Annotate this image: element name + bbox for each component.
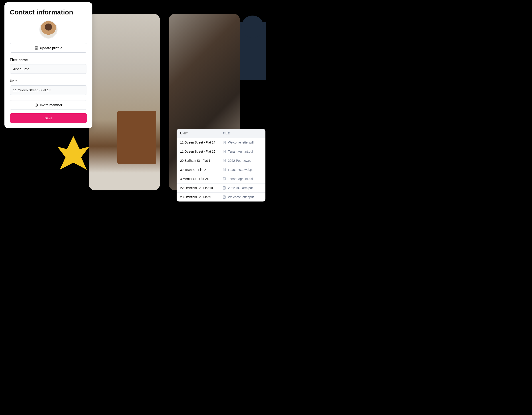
file-name: Tenant Agr...nt.pdf — [228, 177, 253, 181]
pdf-file-icon — [223, 159, 226, 162]
unit-cell: 23 Litchfield St - Flat 9 — [180, 195, 223, 199]
invite-member-label: Invite member — [40, 103, 62, 107]
file-cell: Lease-20..ewal.pdf — [223, 168, 262, 172]
image-icon — [35, 46, 38, 50]
file-cell: Welcome letter.pdf — [223, 195, 262, 199]
save-button[interactable]: Save — [10, 113, 87, 123]
file-cell: Tenant Agr...nt.pdf — [223, 177, 262, 181]
table-row[interactable]: 11 Queen Street - Flat 14Welcome letter.… — [177, 138, 266, 147]
decorative-star-shape — [56, 133, 91, 178]
lifestyle-photo-1 — [89, 14, 160, 190]
unit-cell: 20 Earlham St - Flat 1 — [180, 159, 223, 162]
save-label: Save — [44, 116, 52, 120]
pdf-file-icon — [223, 186, 226, 190]
table-row[interactable]: 22 Litchfield St - Flat 102022-04-..orm.… — [177, 183, 266, 193]
plus-circle-icon — [34, 103, 38, 107]
invite-member-button[interactable]: Invite member — [10, 100, 87, 110]
header-unit: UNIT — [180, 132, 223, 135]
file-name: 2022-Pet-...cy.pdf — [228, 159, 252, 162]
files-table-header: UNIT FILE — [177, 129, 266, 138]
unit-cell: 11 Queen Street - Flat 14 — [180, 141, 223, 144]
unit-label: Unit — [10, 79, 87, 83]
contact-title: Contact information — [10, 9, 87, 16]
file-name: Welcome letter.pdf — [228, 141, 254, 144]
unit-cell: 32 Town St - Flat 2 — [180, 168, 223, 172]
pdf-file-icon — [223, 141, 226, 144]
pdf-file-icon — [223, 150, 226, 153]
file-name: 2022-04-..orm.pdf — [228, 186, 253, 190]
file-cell: Welcome letter.pdf — [223, 141, 262, 144]
unit-cell: 22 Litchfield St - Flat 10 — [180, 186, 223, 190]
unit-cell: 4 Mercer St - Flat 24 — [180, 177, 223, 181]
file-cell: 2022-04-..orm.pdf — [223, 186, 262, 190]
pdf-file-icon — [223, 168, 226, 172]
unit-cell: 11 Queen Street - Flat 15 — [180, 150, 223, 153]
table-row[interactable]: 32 Town St - Flat 2Lease-20..ewal.pdf — [177, 165, 266, 174]
first-name-label: First name — [10, 58, 87, 62]
unit-input[interactable] — [10, 85, 87, 95]
first-name-input[interactable] — [10, 64, 87, 74]
avatar — [39, 20, 57, 39]
files-table-card: UNIT FILE 11 Queen Street - Flat 14Welco… — [177, 129, 266, 202]
table-row[interactable]: 23 Litchfield St - Flat 9Welcome letter.… — [177, 193, 266, 202]
file-name: Lease-20..ewal.pdf — [228, 168, 254, 172]
header-file: FILE — [223, 132, 262, 135]
table-row[interactable]: 4 Mercer St - Flat 24Tenant Agr...nt.pdf — [177, 174, 266, 183]
table-row[interactable]: 20 Earlham St - Flat 12022-Pet-...cy.pdf — [177, 156, 266, 165]
file-name: Welcome letter.pdf — [228, 195, 254, 199]
contact-information-card: Contact information Update profile First… — [4, 2, 92, 128]
update-profile-button[interactable]: Update profile — [10, 43, 87, 53]
file-cell: 2022-Pet-...cy.pdf — [223, 159, 262, 162]
pdf-file-icon — [223, 195, 226, 199]
table-row[interactable]: 11 Queen Street - Flat 15Tenant Agr...nt… — [177, 147, 266, 156]
update-profile-label: Update profile — [40, 46, 62, 50]
file-name: Tenant Agr...nt.pdf — [228, 150, 253, 153]
pdf-file-icon — [223, 177, 226, 181]
file-cell: Tenant Agr...nt.pdf — [223, 150, 262, 153]
